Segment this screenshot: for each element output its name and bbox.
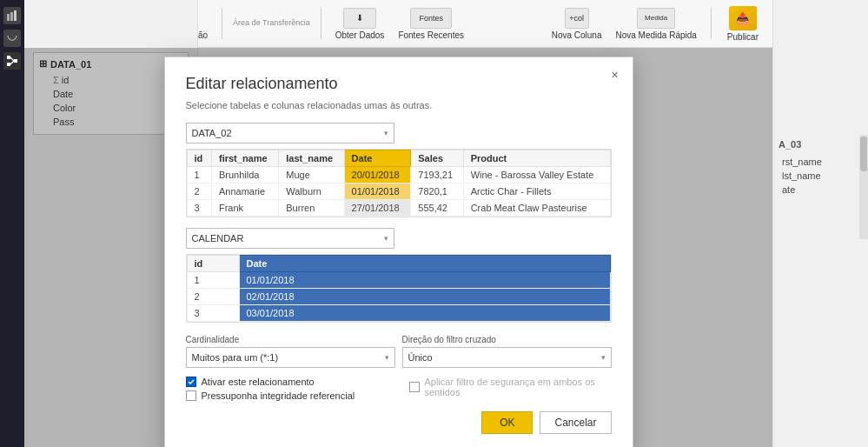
cal-id: 2 [187, 289, 239, 305]
calendar-row: 1 01/01/2018 [187, 272, 610, 289]
cal-col-id: id [187, 256, 239, 272]
cardinality-arrow-icon: ▾ [385, 353, 389, 362]
cell-id: 3 [187, 200, 211, 217]
cardinality-dropdown[interactable]: Muitos para um (*:1) ▾ [186, 347, 395, 368]
right-panel-scrollbar[interactable] [859, 135, 868, 239]
cell-id: 1 [187, 167, 211, 183]
cancel-button[interactable]: Cancelar [540, 411, 611, 434]
new-quick-measure-button[interactable]: Medida Nova Medida Rápida [612, 6, 699, 42]
table-row: 1 Brunhilda Muge 20/01/2018 7193,21 Wine… [187, 167, 610, 183]
calendar-table-container: id Date 1 01/01/2018 2 02/01/2018 3 [186, 254, 612, 323]
right-field-0[interactable]: rst_name [779, 155, 863, 169]
checkbox1-row: Ativar este relacionamento [186, 377, 388, 387]
table-row: 3 Frank Burren 27/01/2018 555,42 Crab Me… [187, 200, 610, 217]
svg-rect-2 [14, 10, 17, 21]
filter-arrow-icon: ▾ [601, 353, 606, 362]
right-field-1[interactable]: lst_name [779, 169, 863, 183]
right-table-title: A_03 [779, 139, 863, 150]
col-first-name: first_name [211, 150, 278, 167]
checkbox3[interactable] [409, 382, 420, 392]
sidebar-icon-data[interactable] [3, 30, 21, 47]
cell-date: 20/01/2018 [344, 167, 411, 183]
cell-firstname: Annamarie [211, 183, 278, 200]
checkbox2-row: Pressuponha integridade referencial [186, 390, 388, 401]
cal-id: 1 [187, 272, 239, 289]
col-last-name: last_name [279, 150, 344, 167]
new-column-button[interactable]: +col Nova Coluna [548, 6, 606, 42]
bottom-controls-row: Cardinalidade Muitos para um (*:1) ▾ Dir… [186, 335, 612, 368]
filter-direction-group: Direção do filtro cruzado Único ▾ [402, 335, 612, 368]
modal-close-button[interactable]: × [608, 68, 622, 82]
ok-button[interactable]: OK [481, 411, 533, 434]
modal-actions: OK Cancelar [186, 411, 612, 434]
svg-line-8 [10, 61, 14, 64]
checkbox3-label: Aplicar filtro de segurança em ambos os … [425, 377, 612, 397]
cell-lastname: Muge [279, 167, 344, 183]
cell-product: Wine - Barossa Valley Estate [463, 167, 610, 183]
toolbar-separator-1 [222, 8, 222, 39]
col-id: id [187, 150, 211, 167]
svg-rect-6 [7, 63, 10, 66]
calendar-row: 3 03/01/2018 [187, 305, 610, 322]
cal-date: 03/01/2018 [239, 305, 610, 322]
right-panel: A_03 rst_name lst_name ate [772, 0, 868, 447]
right-checkboxes: Aplicar filtro de segurança em ambos os … [409, 377, 612, 404]
cal-date: 02/01/2018 [239, 289, 610, 305]
toolbar-separator-2 [321, 8, 321, 39]
checkbox2[interactable] [186, 390, 196, 401]
table2-dropdown[interactable]: CALENDAR ▾ [186, 228, 394, 249]
left-checkboxes: Ativar este relacionamento Pressuponha i… [186, 377, 388, 404]
cell-date: 27/01/2018 [344, 200, 411, 217]
scrollbar-thumb [860, 137, 867, 171]
right-panel-inner: A_03 rst_name lst_name ate [773, 0, 868, 202]
checkbox3-row: Aplicar filtro de segurança em ambos os … [409, 377, 612, 397]
cell-sales: 555,42 [411, 200, 463, 217]
col-date[interactable]: Date [344, 150, 411, 167]
modal-dialog: × Editar relacionamento Selecione tabela… [164, 57, 633, 447]
publish-button[interactable]: 📤 Publicar [722, 4, 764, 43]
cal-id: 3 [187, 305, 239, 322]
cell-lastname: Walburn [279, 183, 344, 200]
cell-sales: 7820,1 [411, 183, 463, 200]
modal-overlay: × Editar relacionamento Selecione tabela… [24, 48, 772, 447]
svg-rect-4 [7, 56, 10, 59]
sidebar-icon-relationships[interactable] [3, 52, 21, 70]
col-product: Product [463, 150, 610, 167]
table1-dropdown[interactable]: DATA_02 ▾ [186, 123, 394, 143]
table1: id first_name last_name Date Sales Produ… [187, 150, 611, 217]
table-row: 2 Annamarie Walburn 01/01/2018 7820,1 Ar… [187, 183, 610, 200]
cell-firstname: Brunhilda [211, 167, 278, 183]
table1-container: id first_name last_name Date Sales Produ… [186, 149, 612, 217]
calendar-row: 2 02/01/2018 [187, 289, 610, 305]
transfer-area-label: Área de Transferência [233, 18, 310, 29]
svg-rect-0 [7, 14, 10, 21]
filter-direction-dropdown[interactable]: Único ▾ [402, 347, 612, 368]
right-field-2[interactable]: ate [779, 183, 863, 197]
cell-id: 2 [187, 183, 211, 200]
get-data-button[interactable]: ⬇ Obter Dados [332, 6, 388, 42]
cell-lastname: Burren [279, 200, 344, 217]
dropdown1-arrow-icon: ▾ [384, 129, 388, 137]
toolbar-separator-3 [711, 8, 712, 39]
recent-sources-button[interactable]: Fontes Fontes Recentes [394, 6, 467, 42]
dropdown2-arrow-icon: ▾ [384, 234, 388, 243]
svg-rect-1 [10, 12, 13, 21]
cardinality-group: Cardinalidade Muitos para um (*:1) ▾ [186, 335, 395, 368]
checkbox2-label: Pressuponha integridade referencial [202, 390, 355, 401]
cal-col-date[interactable]: Date [239, 256, 610, 272]
svg-rect-5 [14, 59, 17, 63]
sidebar [0, 0, 24, 447]
svg-line-7 [10, 57, 14, 61]
checkbox1-label: Ativar este relacionamento [202, 377, 315, 387]
cell-product: Arctic Char - Fillets [463, 183, 610, 200]
table1-header-row: id first_name last_name Date Sales Produ… [187, 150, 610, 167]
cell-firstname: Frank [211, 200, 278, 217]
col-sales: Sales [411, 150, 463, 167]
cardinality-label: Cardinalidade [186, 335, 395, 344]
calendar-header-row: id Date [187, 256, 610, 272]
cal-date: 01/01/2018 [239, 272, 610, 289]
sidebar-icon-report[interactable] [3, 7, 21, 24]
checkbox1[interactable] [186, 377, 196, 387]
calendar-table: id Date 1 01/01/2018 2 02/01/2018 3 [187, 255, 611, 322]
cell-sales: 7193,21 [411, 167, 463, 183]
